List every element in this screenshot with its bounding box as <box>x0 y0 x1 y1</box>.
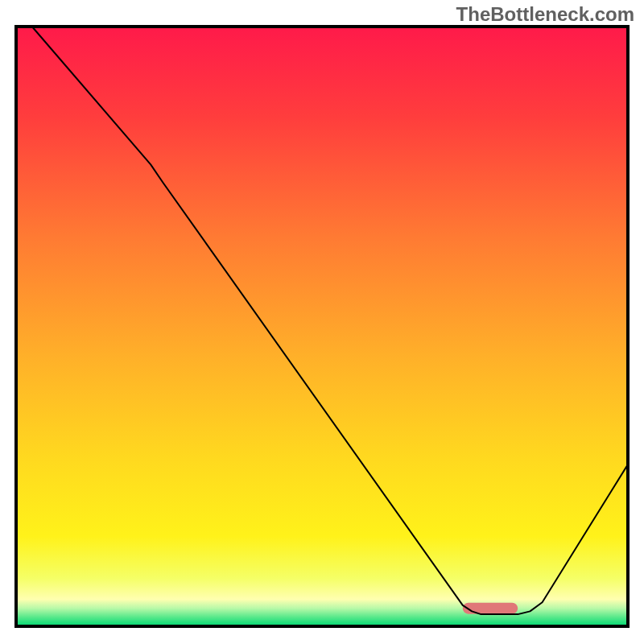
optimum-marker <box>463 603 518 614</box>
watermark-text: TheBottleneck.com <box>456 3 634 26</box>
chart-container: TheBottleneck.com <box>0 0 644 644</box>
chart-svg <box>0 0 644 644</box>
gradient-background <box>16 27 628 626</box>
